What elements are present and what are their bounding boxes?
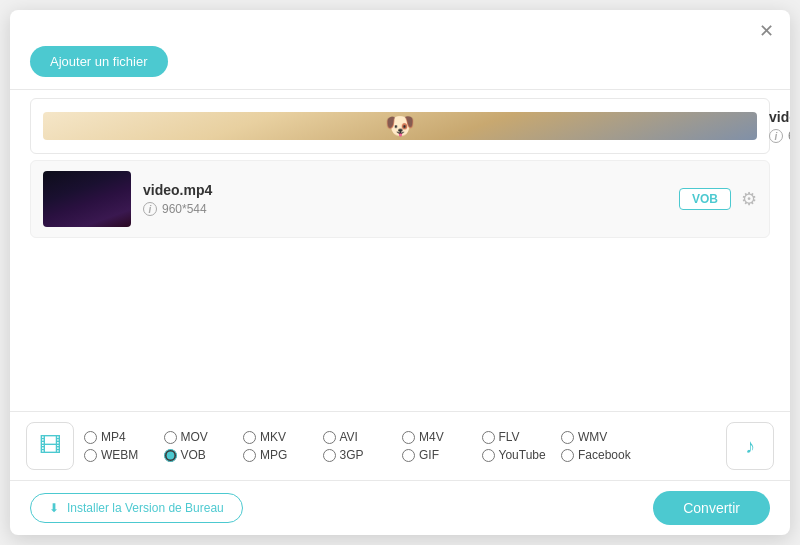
thumbnail-image (43, 171, 131, 227)
file-name: video.mp4 (143, 182, 667, 198)
file-info: video.mp4 i 960*544 (131, 182, 679, 216)
format-radio-youtube[interactable] (482, 449, 495, 462)
format-option-youtube[interactable]: YouTube (482, 448, 560, 462)
table-row: 🐶 video4.mp4 i 640*360 VOB ⚙ 📁 (30, 98, 770, 154)
download-icon: ⬇ (49, 501, 59, 515)
format-radio-avi[interactable] (323, 431, 336, 444)
format-option-webm[interactable]: WEBM (84, 448, 162, 462)
format-radio-m4v[interactable] (402, 431, 415, 444)
toolbar: Ajouter un fichier (10, 46, 790, 90)
format-option-flv[interactable]: FLV (482, 430, 560, 444)
video-format-icon-box: 🎞 (26, 422, 74, 470)
file-actions: VOB ⚙ (679, 188, 757, 210)
thumbnail-image: 🐶 (385, 112, 415, 140)
music-icon: ♪ (745, 435, 755, 458)
main-window: ✕ Ajouter un fichier 🐶 video4.mp4 i 640*… (10, 10, 790, 535)
info-icon: i (143, 202, 157, 216)
format-radio-gif[interactable] (402, 449, 415, 462)
format-radio-mkv[interactable] (243, 431, 256, 444)
format-radio-mpg[interactable] (243, 449, 256, 462)
format-option-vob[interactable]: VOB (164, 448, 242, 462)
table-row: video.mp4 i 960*544 VOB ⚙ (30, 160, 770, 238)
format-option-m4v[interactable]: M4V (402, 430, 480, 444)
file-info: video4.mp4 i 640*360 (757, 109, 790, 143)
file-dimensions: i 960*544 (143, 202, 667, 216)
install-button-label: Installer la Version de Bureau (67, 501, 224, 515)
file-dimensions: i 640*360 (769, 129, 790, 143)
format-radio-vob[interactable] (164, 449, 177, 462)
format-option-facebook[interactable]: Facebook (561, 448, 639, 462)
format-option-mp4[interactable]: MP4 (84, 430, 162, 444)
format-option-3gp[interactable]: 3GP (323, 448, 401, 462)
format-radio-mov[interactable] (164, 431, 177, 444)
format-radio-webm[interactable] (84, 449, 97, 462)
title-bar: ✕ (10, 10, 790, 46)
info-icon: i (769, 129, 783, 143)
add-file-button[interactable]: Ajouter un fichier (30, 46, 168, 77)
format-option-avi[interactable]: AVI (323, 430, 401, 444)
format-option-mpg[interactable]: MPG (243, 448, 321, 462)
format-option-gif[interactable]: GIF (402, 448, 480, 462)
format-badge[interactable]: VOB (679, 188, 731, 210)
file-list: 🐶 video4.mp4 i 640*360 VOB ⚙ 📁 video.mp (10, 90, 790, 411)
bottom-bar: ⬇ Installer la Version de Bureau Convert… (10, 480, 790, 535)
install-button[interactable]: ⬇ Installer la Version de Bureau (30, 493, 243, 523)
format-bar: 🎞 MP4 MOV MKV AVI M4V FLV WM (10, 411, 790, 480)
file-name: video4.mp4 (769, 109, 790, 125)
format-option-wmv[interactable]: WMV (561, 430, 639, 444)
format-option-mkv[interactable]: MKV (243, 430, 321, 444)
format-radio-3gp[interactable] (323, 449, 336, 462)
thumbnail (43, 171, 131, 227)
format-option-mov[interactable]: MOV (164, 430, 242, 444)
thumbnail: 🐶 (43, 112, 757, 140)
format-radio-facebook[interactable] (561, 449, 574, 462)
format-radio-flv[interactable] (482, 431, 495, 444)
format-grid: MP4 MOV MKV AVI M4V FLV WMV (84, 430, 718, 462)
format-radio-wmv[interactable] (561, 431, 574, 444)
format-radio-mp4[interactable] (84, 431, 97, 444)
close-button[interactable]: ✕ (755, 20, 778, 42)
film-icon: 🎞 (39, 433, 61, 459)
music-format-icon-box[interactable]: ♪ (726, 422, 774, 470)
convert-button[interactable]: Convertir (653, 491, 770, 525)
gear-icon[interactable]: ⚙ (741, 188, 757, 210)
